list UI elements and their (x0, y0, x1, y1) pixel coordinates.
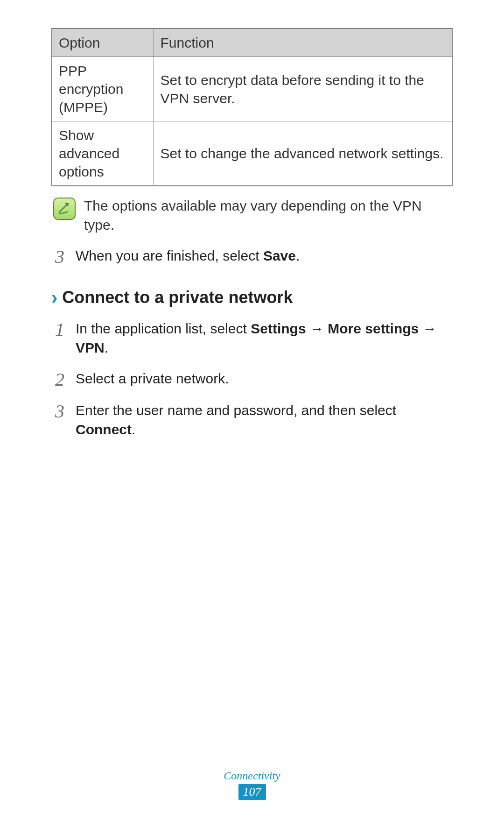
step-body: When you are finished, select Save. (76, 247, 300, 266)
table-row: Show advanced options Set to change the … (52, 121, 452, 186)
step-text: → (419, 321, 436, 336)
step-number: 3 (51, 247, 76, 266)
steps-list: 1In the application list, select Setting… (51, 319, 453, 439)
step-number: 1 (51, 319, 76, 339)
header-function: Function (154, 28, 452, 57)
manual-page: Option Function PPP encryption (MPPE) Se… (0, 0, 504, 827)
note-block: The options available may vary depending… (51, 197, 453, 234)
step-bold: Save (263, 248, 296, 263)
step-text: . (132, 422, 135, 437)
step-text: → (306, 321, 328, 336)
footer-label: Connectivity (0, 770, 504, 782)
step-text: In the application list, select (76, 321, 251, 336)
step-text: Select a private network. (76, 371, 229, 386)
header-option: Option (52, 28, 154, 57)
step-bold: More settings (328, 321, 419, 336)
step-text: . (296, 248, 300, 263)
options-table: Option Function PPP encryption (MPPE) Se… (51, 28, 453, 186)
step-body: Enter the user name and password, and th… (76, 401, 453, 439)
step-item: 1In the application list, select Setting… (51, 319, 453, 357)
step-bold: Connect (76, 422, 132, 437)
step-bold: VPN (76, 340, 105, 355)
step-item: 3Enter the user name and password, and t… (51, 401, 453, 439)
step-number: 3 (51, 401, 76, 421)
cell-option: PPP encryption (MPPE) (52, 57, 154, 121)
step-text: . (105, 340, 108, 355)
step-body: Select a private network. (76, 369, 229, 389)
step-text: Enter the user name and password, and th… (76, 403, 396, 418)
table-row: PPP encryption (MPPE) Set to encrypt dat… (52, 57, 452, 121)
footer-page-number: 107 (238, 784, 266, 800)
step-item: 2Select a private network. (51, 369, 453, 389)
step-bold: Settings (251, 321, 306, 336)
cell-function: Set to encrypt data before sending it to… (154, 57, 452, 121)
step-body: In the application list, select Settings… (76, 319, 453, 357)
table-header-row: Option Function (52, 28, 452, 57)
step-text: When you are finished, select (76, 248, 263, 263)
section-title: Connect to a private network (62, 288, 293, 307)
step-item: 3 When you are finished, select Save. (51, 247, 453, 266)
section-heading: › Connect to a private network (51, 288, 453, 307)
note-icon (53, 198, 76, 220)
note-text: The options available may vary depending… (84, 197, 453, 234)
cell-option: Show advanced options (52, 121, 154, 186)
cell-function: Set to change the advanced network setti… (154, 121, 452, 186)
chevron-icon: › (51, 288, 57, 307)
step-number: 2 (51, 369, 76, 389)
page-footer: Connectivity 107 (0, 770, 504, 800)
